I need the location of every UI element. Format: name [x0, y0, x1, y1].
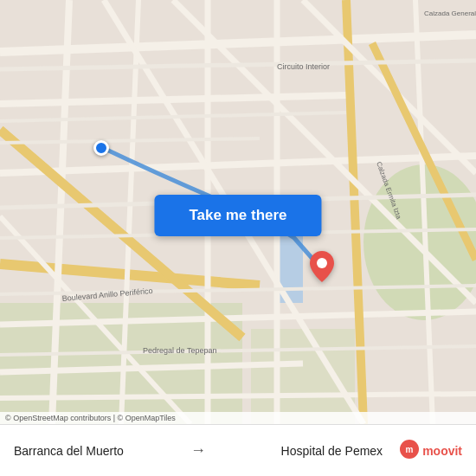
moovit-icon: m	[400, 440, 419, 462]
destination-label: Hospital de Pemex	[213, 444, 383, 458]
svg-text:Pedregal de Tepepan: Pedregal de Tepepan	[143, 346, 216, 355]
origin-label: Barranca del Muerto	[14, 444, 183, 458]
route-info: Barranca del Muerto → Hospital de Pemex …	[14, 440, 462, 462]
svg-text:Calzada General I...: Calzada General I...	[424, 10, 476, 17]
route-arrow-icon: →	[190, 441, 206, 460]
map-container: Boulevard Anillo Periférico Circuito Int…	[0, 0, 476, 424]
svg-text:m: m	[406, 445, 414, 454]
map-attribution: © OpenStreetMap contributors | © OpenMap…	[0, 412, 476, 424]
svg-text:Circuito Interior: Circuito Interior	[277, 62, 330, 71]
moovit-brand-text: moovit	[422, 444, 462, 458]
bottom-bar: Barranca del Muerto → Hospital de Pemex …	[0, 424, 476, 476]
svg-rect-3	[251, 329, 355, 424]
moovit-logo: m moovit	[400, 440, 462, 462]
svg-point-36	[317, 258, 327, 268]
origin-marker	[93, 140, 109, 156]
destination-marker	[310, 251, 334, 286]
take-me-there-button[interactable]: Take me there	[154, 195, 321, 236]
